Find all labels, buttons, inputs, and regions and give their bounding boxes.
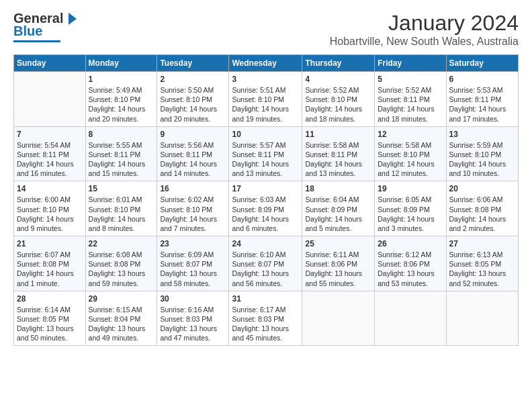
week-row-1: 1Sunrise: 5:49 AM Sunset: 8:10 PM Daylig…: [14, 72, 519, 127]
day-number: 30: [160, 294, 226, 304]
day-info: Sunrise: 6:14 AM Sunset: 8:05 PM Dayligh…: [17, 305, 83, 343]
calendar-cell: 14Sunrise: 6:00 AM Sunset: 8:10 PM Dayli…: [14, 181, 86, 236]
day-info: Sunrise: 5:54 AM Sunset: 8:11 PM Dayligh…: [17, 140, 83, 179]
day-info: Sunrise: 6:15 AM Sunset: 8:04 PM Dayligh…: [89, 305, 154, 343]
day-number: 12: [378, 130, 443, 139]
calendar-cell: 24Sunrise: 6:10 AM Sunset: 8:07 PM Dayli…: [229, 236, 302, 291]
calendar-cell: 27Sunrise: 6:13 AM Sunset: 8:05 PM Dayli…: [446, 236, 518, 291]
day-info: Sunrise: 6:01 AM Sunset: 8:10 PM Dayligh…: [89, 195, 154, 233]
logo-blue: Blue: [13, 24, 42, 39]
page-container: General Blue January 2024 Hobartville, N…: [0, 0, 532, 353]
day-number: 26: [378, 239, 443, 248]
day-info: Sunrise: 6:17 AM Sunset: 8:03 PM Dayligh…: [232, 305, 299, 343]
calendar-cell: 6Sunrise: 5:53 AM Sunset: 8:11 PM Daylig…: [446, 72, 518, 127]
calendar-cell: 26Sunrise: 6:12 AM Sunset: 8:06 PM Dayli…: [375, 236, 446, 291]
col-header-sunday: Sunday: [14, 55, 86, 72]
calendar-cell: 17Sunrise: 6:03 AM Sunset: 8:09 PM Dayli…: [229, 181, 302, 236]
calendar-cell: 3Sunrise: 5:51 AM Sunset: 8:10 PM Daylig…: [229, 72, 302, 127]
day-number: 8: [89, 130, 154, 139]
day-info: Sunrise: 6:12 AM Sunset: 8:06 PM Dayligh…: [378, 250, 443, 288]
calendar-cell: 8Sunrise: 5:55 AM Sunset: 8:11 PM Daylig…: [85, 126, 157, 181]
day-info: Sunrise: 6:10 AM Sunset: 8:07 PM Dayligh…: [232, 250, 299, 288]
day-number: 4: [305, 75, 371, 84]
day-info: Sunrise: 6:09 AM Sunset: 8:07 PM Dayligh…: [160, 250, 226, 288]
col-header-saturday: Saturday: [446, 55, 518, 72]
day-info: Sunrise: 5:51 AM Sunset: 8:10 PM Dayligh…: [232, 85, 299, 124]
day-info: Sunrise: 6:05 AM Sunset: 8:09 PM Dayligh…: [378, 195, 443, 233]
day-info: Sunrise: 5:57 AM Sunset: 8:11 PM Dayligh…: [232, 140, 299, 179]
calendar-cell: 5Sunrise: 5:52 AM Sunset: 8:11 PM Daylig…: [375, 72, 446, 127]
calendar-cell: 20Sunrise: 6:06 AM Sunset: 8:08 PM Dayli…: [446, 181, 518, 236]
week-row-3: 14Sunrise: 6:00 AM Sunset: 8:10 PM Dayli…: [14, 181, 519, 236]
col-header-friday: Friday: [375, 55, 446, 72]
day-number: 13: [449, 130, 515, 139]
week-row-2: 7Sunrise: 5:54 AM Sunset: 8:11 PM Daylig…: [14, 126, 519, 181]
day-number: 17: [232, 184, 299, 193]
day-info: Sunrise: 5:49 AM Sunset: 8:10 PM Dayligh…: [89, 85, 154, 124]
title-block: January 2024 Hobartville, New South Wale…: [330, 11, 519, 48]
calendar-cell: [375, 291, 446, 346]
col-header-wednesday: Wednesday: [229, 55, 302, 72]
day-number: 29: [89, 294, 154, 304]
calendar-cell: 28Sunrise: 6:14 AM Sunset: 8:05 PM Dayli…: [14, 291, 86, 346]
calendar-cell: 19Sunrise: 6:05 AM Sunset: 8:09 PM Dayli…: [375, 181, 446, 236]
day-info: Sunrise: 6:02 AM Sunset: 8:10 PM Dayligh…: [160, 195, 226, 233]
day-info: Sunrise: 6:16 AM Sunset: 8:03 PM Dayligh…: [160, 305, 226, 343]
calendar-cell: 23Sunrise: 6:09 AM Sunset: 8:07 PM Dayli…: [157, 236, 229, 291]
day-info: Sunrise: 5:53 AM Sunset: 8:11 PM Dayligh…: [449, 85, 515, 124]
calendar-cell: 15Sunrise: 6:01 AM Sunset: 8:10 PM Dayli…: [85, 181, 157, 236]
calendar-cell: 1Sunrise: 5:49 AM Sunset: 8:10 PM Daylig…: [85, 72, 157, 127]
day-info: Sunrise: 6:03 AM Sunset: 8:09 PM Dayligh…: [232, 195, 299, 233]
calendar-cell: [14, 72, 86, 127]
day-number: 11: [305, 130, 371, 139]
calendar-cell: 16Sunrise: 6:02 AM Sunset: 8:10 PM Dayli…: [157, 181, 229, 236]
day-info: Sunrise: 5:58 AM Sunset: 8:11 PM Dayligh…: [305, 140, 371, 179]
day-number: 14: [17, 184, 83, 193]
day-info: Sunrise: 6:11 AM Sunset: 8:06 PM Dayligh…: [305, 250, 371, 288]
calendar-cell: 22Sunrise: 6:08 AM Sunset: 8:08 PM Dayli…: [85, 236, 157, 291]
calendar-cell: 11Sunrise: 5:58 AM Sunset: 8:11 PM Dayli…: [302, 126, 375, 181]
calendar-subtitle: Hobartville, New South Wales, Australia: [330, 36, 519, 48]
day-info: Sunrise: 5:59 AM Sunset: 8:10 PM Dayligh…: [449, 140, 515, 179]
day-info: Sunrise: 6:08 AM Sunset: 8:08 PM Dayligh…: [89, 250, 154, 288]
col-header-monday: Monday: [85, 55, 157, 72]
day-info: Sunrise: 6:13 AM Sunset: 8:05 PM Dayligh…: [449, 250, 515, 288]
day-number: 22: [89, 239, 154, 248]
calendar-cell: 9Sunrise: 5:56 AM Sunset: 8:11 PM Daylig…: [157, 126, 229, 181]
day-number: 24: [232, 239, 299, 248]
day-number: 19: [378, 184, 443, 193]
day-info: Sunrise: 5:55 AM Sunset: 8:11 PM Dayligh…: [89, 140, 154, 179]
day-info: Sunrise: 6:00 AM Sunset: 8:10 PM Dayligh…: [17, 195, 83, 233]
day-info: Sunrise: 5:50 AM Sunset: 8:10 PM Dayligh…: [160, 85, 226, 124]
calendar-table: SundayMondayTuesdayWednesdayThursdayFrid…: [13, 54, 519, 346]
day-info: Sunrise: 5:52 AM Sunset: 8:11 PM Dayligh…: [378, 85, 443, 124]
calendar-cell: 10Sunrise: 5:57 AM Sunset: 8:11 PM Dayli…: [229, 126, 302, 181]
calendar-cell: 2Sunrise: 5:50 AM Sunset: 8:10 PM Daylig…: [157, 72, 229, 127]
calendar-cell: 12Sunrise: 5:58 AM Sunset: 8:10 PM Dayli…: [375, 126, 446, 181]
calendar-cell: 25Sunrise: 6:11 AM Sunset: 8:06 PM Dayli…: [302, 236, 375, 291]
calendar-cell: 13Sunrise: 5:59 AM Sunset: 8:10 PM Dayli…: [446, 126, 518, 181]
day-number: 31: [232, 294, 299, 304]
calendar-cell: 31Sunrise: 6:17 AM Sunset: 8:03 PM Dayli…: [229, 291, 302, 346]
day-number: 6: [449, 75, 515, 84]
day-number: 3: [232, 75, 299, 84]
day-number: 5: [378, 75, 443, 84]
col-header-tuesday: Tuesday: [157, 55, 229, 72]
day-number: 23: [160, 239, 226, 248]
calendar-cell: [302, 291, 375, 346]
logo: General Blue: [13, 11, 78, 42]
day-number: 1: [89, 75, 154, 84]
day-info: Sunrise: 5:58 AM Sunset: 8:10 PM Dayligh…: [378, 140, 443, 179]
day-number: 10: [232, 130, 299, 139]
calendar-cell: 30Sunrise: 6:16 AM Sunset: 8:03 PM Dayli…: [157, 291, 229, 346]
day-number: 9: [160, 130, 226, 139]
week-row-5: 28Sunrise: 6:14 AM Sunset: 8:05 PM Dayli…: [14, 291, 519, 346]
day-number: 21: [17, 239, 83, 248]
day-info: Sunrise: 5:56 AM Sunset: 8:11 PM Dayligh…: [160, 140, 226, 179]
header-row: SundayMondayTuesdayWednesdayThursdayFrid…: [14, 55, 519, 72]
svg-marker-0: [69, 13, 77, 25]
day-number: 20: [449, 184, 515, 193]
day-number: 18: [305, 184, 371, 193]
page-header: General Blue January 2024 Hobartville, N…: [13, 11, 519, 48]
day-number: 28: [17, 294, 83, 304]
